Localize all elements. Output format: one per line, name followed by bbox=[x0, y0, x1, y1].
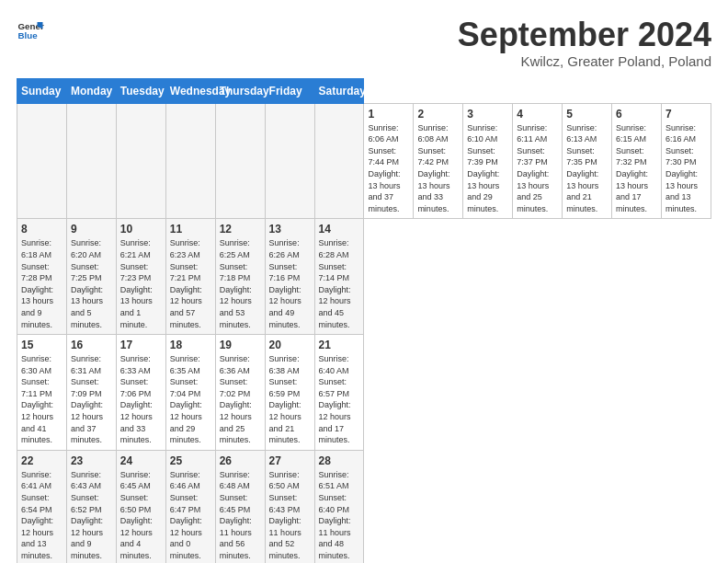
location-subtitle: Kwilcz, Greater Poland, Poland bbox=[458, 53, 711, 69]
day-number: 22 bbox=[21, 454, 63, 467]
calendar-table: Sunday Monday Tuesday Wednesday Thursday… bbox=[17, 78, 711, 563]
sunset-text: Sunset: 7:28 PM bbox=[21, 262, 52, 283]
daylight-text: Daylight: 12 hours and 41 minutes. bbox=[21, 400, 53, 444]
sunrise-text: Sunrise: 6:10 AM bbox=[467, 123, 497, 144]
sunrise-text: Sunrise: 6:48 AM bbox=[220, 470, 250, 491]
calendar-cell: 1 Sunrise: 6:06 AM Sunset: 7:44 PM Dayli… bbox=[364, 103, 414, 219]
sunrise-text: Sunrise: 6:38 AM bbox=[269, 354, 300, 375]
day-info: Sunrise: 6:16 AM Sunset: 7:30 PM Dayligh… bbox=[665, 122, 707, 215]
calendar-cell: 8 Sunrise: 6:18 AM Sunset: 7:28 PM Dayli… bbox=[17, 219, 67, 335]
calendar-cell: 15 Sunrise: 6:30 AM Sunset: 7:11 PM Dayl… bbox=[17, 335, 67, 451]
day-number: 12 bbox=[220, 223, 261, 236]
daylight-text: Daylight: 12 hours and 29 minutes. bbox=[170, 400, 202, 444]
week-row-3: 15 Sunrise: 6:30 AM Sunset: 7:11 PM Dayl… bbox=[17, 335, 711, 451]
sunset-text: Sunset: 7:35 PM bbox=[566, 146, 597, 167]
day-info: Sunrise: 6:21 AM Sunset: 7:23 PM Dayligh… bbox=[120, 237, 162, 330]
sunset-text: Sunset: 7:06 PM bbox=[120, 377, 152, 398]
calendar-cell: 14 Sunrise: 6:28 AM Sunset: 7:14 PM Dayl… bbox=[314, 219, 364, 335]
sunset-text: Sunset: 6:54 PM bbox=[21, 493, 52, 514]
day-info: Sunrise: 6:36 AM Sunset: 7:02 PM Dayligh… bbox=[220, 353, 261, 446]
calendar-cell: 4 Sunrise: 6:11 AM Sunset: 7:37 PM Dayli… bbox=[513, 103, 563, 219]
sunset-text: Sunset: 7:02 PM bbox=[220, 377, 251, 398]
day-number: 5 bbox=[566, 108, 608, 121]
sunrise-text: Sunrise: 6:30 AM bbox=[21, 354, 51, 375]
day-info: Sunrise: 6:51 AM Sunset: 6:40 PM Dayligh… bbox=[319, 469, 360, 562]
daylight-text: Daylight: 13 hours and 5 minutes. bbox=[71, 285, 103, 329]
calendar-cell: 27 Sunrise: 6:50 AM Sunset: 6:43 PM Dayl… bbox=[265, 450, 314, 563]
calendar-cell bbox=[265, 103, 314, 219]
daylight-text: Daylight: 12 hours and 45 minutes. bbox=[319, 285, 351, 329]
calendar-page: General Blue September 2024 Kwilcz, Grea… bbox=[0, 0, 728, 563]
calendar-cell: 2 Sunrise: 6:08 AM Sunset: 7:42 PM Dayli… bbox=[414, 103, 463, 219]
daylight-text: Daylight: 12 hours and 13 minutes. bbox=[21, 516, 53, 560]
calendar-cell: 17 Sunrise: 6:33 AM Sunset: 7:06 PM Dayl… bbox=[116, 335, 165, 451]
day-number: 13 bbox=[269, 223, 311, 236]
sunset-text: Sunset: 7:14 PM bbox=[319, 262, 350, 283]
sunrise-text: Sunrise: 6:23 AM bbox=[170, 238, 200, 259]
col-wednesday: Wednesday bbox=[165, 78, 215, 103]
day-info: Sunrise: 6:06 AM Sunset: 7:44 PM Dayligh… bbox=[368, 122, 409, 215]
week-row-2: 8 Sunrise: 6:18 AM Sunset: 7:28 PM Dayli… bbox=[17, 219, 711, 335]
day-number: 21 bbox=[319, 339, 360, 351]
day-info: Sunrise: 6:35 AM Sunset: 7:04 PM Dayligh… bbox=[170, 353, 211, 446]
daylight-text: Daylight: 13 hours and 21 minutes. bbox=[566, 169, 598, 213]
day-info: Sunrise: 6:13 AM Sunset: 7:35 PM Dayligh… bbox=[566, 122, 608, 215]
title-area: September 2024 Kwilcz, Greater Poland, P… bbox=[458, 17, 711, 69]
daylight-text: Daylight: 12 hours and 53 minutes. bbox=[220, 285, 252, 329]
calendar-cell bbox=[17, 103, 67, 219]
sunrise-text: Sunrise: 6:20 AM bbox=[71, 238, 101, 259]
col-saturday: Saturday bbox=[314, 78, 364, 103]
sunrise-text: Sunrise: 6:21 AM bbox=[120, 238, 151, 259]
daylight-text: Daylight: 13 hours and 9 minutes. bbox=[21, 285, 53, 329]
day-number: 3 bbox=[467, 108, 508, 121]
day-number: 24 bbox=[120, 454, 162, 467]
col-friday: Friday bbox=[265, 78, 314, 103]
day-number: 25 bbox=[170, 454, 211, 467]
calendar-cell: 24 Sunrise: 6:45 AM Sunset: 6:50 PM Dayl… bbox=[116, 450, 165, 563]
sunset-text: Sunset: 7:44 PM bbox=[368, 146, 399, 167]
week-row-4: 22 Sunrise: 6:41 AM Sunset: 6:54 PM Dayl… bbox=[17, 450, 711, 563]
day-number: 17 bbox=[120, 339, 162, 351]
day-info: Sunrise: 6:28 AM Sunset: 7:14 PM Dayligh… bbox=[319, 237, 360, 330]
sunrise-text: Sunrise: 6:46 AM bbox=[170, 470, 200, 491]
header-area: General Blue September 2024 Kwilcz, Grea… bbox=[17, 17, 711, 69]
sunrise-text: Sunrise: 6:13 AM bbox=[566, 123, 597, 144]
daylight-text: Daylight: 12 hours and 21 minutes. bbox=[269, 400, 301, 444]
logo-icon: General Blue bbox=[17, 17, 44, 44]
sunset-text: Sunset: 7:37 PM bbox=[517, 146, 548, 167]
calendar-cell bbox=[215, 103, 265, 219]
daylight-text: Daylight: 13 hours and 33 minutes. bbox=[417, 169, 449, 213]
calendar-cell bbox=[66, 103, 116, 219]
daylight-text: Daylight: 12 hours and 17 minutes. bbox=[319, 400, 351, 444]
day-info: Sunrise: 6:31 AM Sunset: 7:09 PM Dayligh… bbox=[71, 353, 112, 446]
calendar-cell: 25 Sunrise: 6:46 AM Sunset: 6:47 PM Dayl… bbox=[165, 450, 215, 563]
day-info: Sunrise: 6:10 AM Sunset: 7:39 PM Dayligh… bbox=[467, 122, 508, 215]
calendar-cell: 9 Sunrise: 6:20 AM Sunset: 7:25 PM Dayli… bbox=[66, 219, 116, 335]
calendar-cell: 23 Sunrise: 6:43 AM Sunset: 6:52 PM Dayl… bbox=[66, 450, 116, 563]
sunrise-text: Sunrise: 6:16 AM bbox=[665, 123, 696, 144]
day-info: Sunrise: 6:08 AM Sunset: 7:42 PM Dayligh… bbox=[417, 122, 459, 215]
daylight-text: Daylight: 12 hours and 37 minutes. bbox=[71, 400, 103, 444]
sunrise-text: Sunrise: 6:08 AM bbox=[417, 123, 448, 144]
day-info: Sunrise: 6:38 AM Sunset: 6:59 PM Dayligh… bbox=[269, 353, 311, 446]
sunset-text: Sunset: 6:47 PM bbox=[170, 493, 201, 514]
day-number: 26 bbox=[220, 454, 261, 467]
calendar-cell: 10 Sunrise: 6:21 AM Sunset: 7:23 PM Dayl… bbox=[116, 219, 165, 335]
day-info: Sunrise: 6:50 AM Sunset: 6:43 PM Dayligh… bbox=[269, 469, 311, 562]
day-number: 15 bbox=[21, 339, 63, 351]
day-number: 9 bbox=[71, 223, 112, 236]
calendar-cell: 26 Sunrise: 6:48 AM Sunset: 6:45 PM Dayl… bbox=[215, 450, 265, 563]
sunrise-text: Sunrise: 6:28 AM bbox=[319, 238, 349, 259]
day-number: 19 bbox=[220, 339, 261, 351]
day-number: 10 bbox=[120, 223, 162, 236]
day-number: 6 bbox=[616, 108, 657, 121]
sunset-text: Sunset: 6:45 PM bbox=[220, 493, 251, 514]
day-info: Sunrise: 6:11 AM Sunset: 7:37 PM Dayligh… bbox=[517, 122, 558, 215]
daylight-text: Daylight: 13 hours and 1 minute. bbox=[120, 285, 153, 329]
sunset-text: Sunset: 7:25 PM bbox=[71, 262, 102, 283]
month-year-title: September 2024 bbox=[458, 17, 711, 53]
col-monday: Monday bbox=[66, 78, 116, 103]
day-number: 16 bbox=[71, 339, 112, 351]
sunset-text: Sunset: 7:30 PM bbox=[665, 146, 697, 167]
sunset-text: Sunset: 6:52 PM bbox=[71, 493, 102, 514]
